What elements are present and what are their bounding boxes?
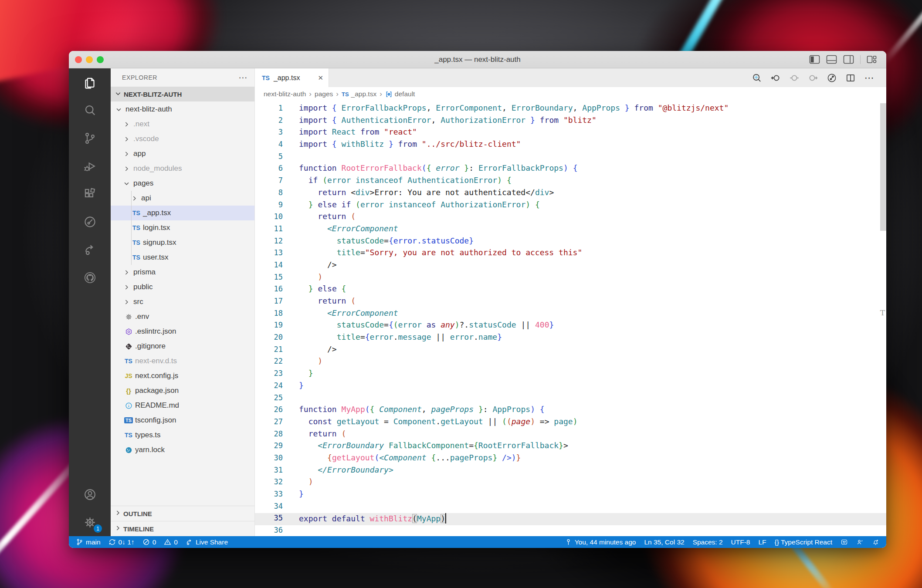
code-line-1[interactable]: 1import { ErrorFallbackProps, ErrorCompo… [255, 103, 886, 115]
status-git-branch[interactable]: main [76, 538, 101, 546]
code-line-10[interactable]: 10 return ( [255, 212, 886, 224]
more-button[interactable]: ⋯ [864, 72, 875, 84]
breadcrumb-item-pages[interactable]: pages [315, 90, 333, 98]
tree-item-api[interactable]: api [111, 191, 254, 206]
code-line-23[interactable]: 23 } [255, 368, 886, 381]
code-line-30[interactable]: 30 {getLayout(<Component {...pageProps} … [255, 453, 886, 465]
tree-item-next.config.js[interactable]: JSnext.config.js [111, 368, 254, 383]
code-line-25[interactable]: 25 [255, 393, 886, 405]
activity-accounts[interactable] [69, 480, 111, 508]
explorer-actions-icon[interactable]: ⋯ [238, 72, 247, 83]
activity-source-control[interactable] [69, 124, 111, 152]
status-warnings[interactable]: 0 [164, 538, 178, 546]
code-line-31[interactable]: 31 </ErrorBoundary> [255, 465, 886, 477]
split-editor-button[interactable] [845, 72, 856, 84]
tab-app-tsx[interactable]: TS _app.tsx ✕ [255, 68, 329, 87]
code-line-26[interactable]: 26function MyApp({ Component, pageProps … [255, 405, 886, 417]
code-line-36[interactable]: 36 [255, 525, 886, 536]
code-line-4[interactable]: 4import { withBlitz } from "../src/blitz… [255, 139, 886, 152]
code-line-5[interactable]: 5 [255, 152, 886, 164]
code-line-7[interactable]: 7 if (error instanceof AuthenticationErr… [255, 176, 886, 188]
tree-item-types.ts[interactable]: TStypes.ts [111, 428, 254, 443]
tree-item-_app.tsx[interactable]: TS_app.tsx [111, 206, 254, 220]
code-line-16[interactable]: 16 } else { [255, 284, 886, 296]
tree-item-.gitignore[interactable]: .gitignore [111, 339, 254, 354]
code-line-19[interactable]: 19 statusCode={(error as any)?.statusCod… [255, 320, 886, 332]
outline-section[interactable]: OUTLINE [111, 506, 254, 521]
code-line-13[interactable]: 13 title="Sorry, you are not authorized … [255, 248, 886, 260]
zoom-window-button[interactable] [97, 56, 104, 63]
activity-gauge[interactable] [69, 208, 111, 236]
timeline-section[interactable]: TIMELINE [111, 521, 254, 536]
nav-forward-button[interactable] [807, 72, 819, 84]
minimize-window-button[interactable] [86, 56, 93, 63]
code-line-11[interactable]: 11 <ErrorComponent [255, 224, 886, 236]
code-line-35[interactable]: 35export default withBlitz(MyApp) [255, 513, 886, 525]
tree-item-app[interactable]: app [111, 146, 254, 161]
nav-back-button[interactable] [770, 72, 781, 84]
code-line-32[interactable]: 32 ) [255, 477, 886, 489]
code-line-17[interactable]: 17 return ( [255, 296, 886, 308]
code-line-29[interactable]: 29 <ErrorBoundary FallbackComponent={Roo… [255, 441, 886, 453]
tree-item-next-env.d.ts[interactable]: TSnext-env.d.ts [111, 354, 254, 368]
code-line-24[interactable]: 24} [255, 381, 886, 393]
tree-item-.next[interactable]: .next [111, 117, 254, 132]
nav-dash-button[interactable] [789, 72, 800, 84]
layout-panel-button[interactable] [826, 55, 837, 64]
code-line-8[interactable]: 8 return <div>Error: You are not authent… [255, 188, 886, 200]
status-remote-feedback[interactable] [856, 538, 864, 546]
status-cursor-position[interactable]: Ln 35, Col 32 [644, 538, 684, 546]
layout-sidebar-right-button[interactable] [843, 55, 854, 64]
tree-item-src[interactable]: src [111, 294, 254, 309]
activity-run-debug[interactable] [69, 152, 111, 180]
code-line-3[interactable]: 3import React from "react" [255, 127, 886, 139]
activity-settings[interactable]: 1 [69, 508, 111, 536]
tree-item-.eslintrc.json[interactable]: .eslintrc.json [111, 324, 254, 339]
code-line-33[interactable]: 33} [255, 489, 886, 501]
breadcrumb-item-_app.tsx[interactable]: TS_app.tsx [342, 90, 376, 98]
status-feedback[interactable] [841, 538, 848, 546]
code-editor[interactable]: T 1import { ErrorFallbackProps, ErrorCom… [255, 101, 886, 536]
search-react-button[interactable] [751, 72, 763, 84]
tree-item-tsconfig.json[interactable]: TStsconfig.json [111, 413, 254, 428]
close-window-button[interactable] [75, 56, 82, 63]
titlebar[interactable]: _app.tsx — next-blitz-auth [69, 51, 886, 68]
status-indentation[interactable]: Spaces: 2 [693, 538, 723, 546]
status-encoding[interactable]: UTF-8 [731, 538, 750, 546]
tree-item-login.tsx[interactable]: TSlogin.tsx [111, 220, 254, 235]
activity-github[interactable] [69, 264, 111, 291]
activity-extensions[interactable] [69, 180, 111, 208]
tree-item-public[interactable]: public [111, 280, 254, 294]
close-tab-icon[interactable]: ✕ [318, 74, 323, 82]
tree-item-signup.tsx[interactable]: TSsignup.tsx [111, 235, 254, 250]
activity-live-share[interactable] [69, 236, 111, 264]
code-line-15[interactable]: 15 ) [255, 272, 886, 284]
tree-item-pages[interactable]: pages [111, 176, 254, 191]
activity-explorer[interactable] [69, 68, 111, 96]
timeline-circle-button[interactable] [826, 72, 837, 84]
tree-item-prisma[interactable]: prisma [111, 265, 254, 280]
tree-item-README.md[interactable]: README.md [111, 398, 254, 413]
workspace-section-header[interactable]: NEXT-BLITZ-AUTH [111, 87, 254, 101]
layout-sidebar-left-button[interactable] [809, 55, 820, 64]
status-eol[interactable]: LF [759, 538, 766, 546]
code-line-9[interactable]: 9 } else if (error instanceof Authorizat… [255, 200, 886, 212]
status-blame[interactable]: You, 44 minutes ago [565, 538, 636, 546]
code-line-28[interactable]: 28 return ( [255, 429, 886, 441]
code-line-2[interactable]: 2import { AuthenticationError, Authoriza… [255, 115, 886, 128]
code-line-34[interactable]: 34 [255, 501, 886, 514]
code-line-21[interactable]: 21 /> [255, 345, 886, 357]
breadcrumb-item-next-blitz-auth[interactable]: next-blitz-auth [264, 90, 306, 98]
tree-item-.env[interactable]: .env [111, 309, 254, 324]
breadcrumb-item-default[interactable]: default [385, 90, 415, 98]
activity-search[interactable] [69, 96, 111, 124]
code-line-6[interactable]: 6function RootErrorFallback({ error }: E… [255, 163, 886, 176]
tree-item-user.tsx[interactable]: TSuser.tsx [111, 250, 254, 265]
layout-customize-button[interactable] [867, 55, 877, 64]
status-live-share[interactable]: Live Share [186, 538, 228, 546]
code-line-27[interactable]: 27 const getLayout = Component.getLayout… [255, 417, 886, 429]
tree-item-.vscode[interactable]: .vscode [111, 132, 254, 146]
code-line-20[interactable]: 20 title={error.message || error.name} [255, 332, 886, 345]
status-notifications[interactable] [872, 538, 879, 546]
code-line-12[interactable]: 12 statusCode={error.statusCode} [255, 236, 886, 248]
